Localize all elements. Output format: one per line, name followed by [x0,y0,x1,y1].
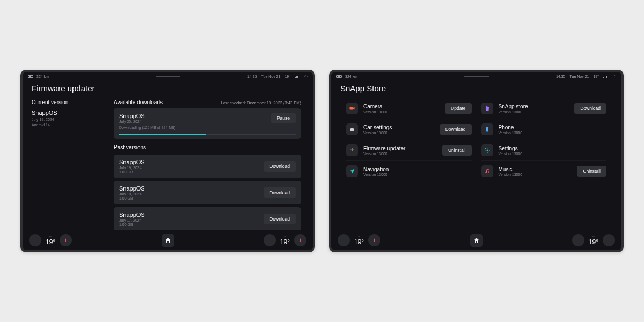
temp-down-left[interactable]: − [338,234,350,246]
svg-point-1 [350,130,352,131]
temp-display-left[interactable]: ⌃ 19° [46,235,55,245]
signal-icon [603,75,608,78]
last-checked-label: Last checked: December 10, 2022 (3:43 PM… [221,100,301,105]
pause-button[interactable]: Pause [271,113,296,123]
download-button[interactable]: Download [574,103,606,114]
app-name: Firmware updater [363,145,405,151]
update-button[interactable]: Update [445,103,471,114]
current-version-block: SnappOS July 19, 2024 Android 14 [32,109,105,127]
home-button[interactable] [162,234,174,247]
climate-bar: − ⌃ 19° + − ⌃ 19° + [331,230,621,250]
wifi-icon [304,75,308,78]
past-version-card: SnappOS July 18, 2024 1.00 GB Download [114,181,301,204]
range-label: 324 km [345,75,357,78]
download-button[interactable]: Download [264,214,296,224]
temp-display-right[interactable]: ⌃ 19° [280,235,290,245]
app-name: SnApp store [499,104,528,109]
past-version-card: SnappOS July 17, 2024 1.00 GB Download [114,207,301,230]
app-name: Car settings [363,125,392,130]
download-status: Downloading (125 MB of 824 MB) [119,126,296,129]
app-name: Phone [499,125,523,130]
temp-value-right: 19° [280,239,290,245]
past-version-date: July 19, 2024 [119,166,145,170]
device-store: 324 km 14:35 Tue Nov 21 19° SnApp Store … [329,70,624,252]
uninstall-button[interactable]: Uninstall [577,166,606,177]
app-version: Version 13000 [499,152,523,156]
page-title: SnApp Store [331,80,621,95]
climate-bar: − ⌃ 19° + − ⌃ 19° + [23,230,313,250]
past-version-size: 1.00 GB [119,196,145,200]
app-name: Navigation [363,166,389,172]
home-icon [165,237,171,244]
app-row: Camera Version 13000 Update [346,98,472,119]
temp-value-right: 19° [589,239,598,245]
nav-icon [346,165,358,177]
download-button[interactable]: Download [264,161,296,172]
past-version-card: SnappOS July 19, 2024 1.00 GB Download [114,155,301,178]
range-label: 324 km [36,75,49,78]
temp-up-right[interactable]: + [294,234,306,246]
past-version-size: 1.00 GB [119,170,145,174]
svg-point-4 [486,150,488,151]
temp-down-right[interactable]: − [264,234,276,246]
screen: 324 km 14:35 Tue Nov 21 19° Firmware upd… [23,72,313,250]
home-icon [473,237,480,244]
current-version-label: Current version [32,99,105,105]
temp-down-left[interactable]: − [29,234,41,246]
svg-point-5 [485,172,487,174]
app-name: Music [499,166,523,172]
downloading-card: SnappOS July 20, 2024 Pause Downloading … [114,108,301,139]
temp-up-left[interactable]: + [60,234,72,246]
temp-up-left[interactable]: + [368,234,380,246]
available-label: Available downloads [114,99,163,105]
wifi-icon [612,75,616,78]
past-version-date: July 18, 2024 [119,192,145,196]
download-name: SnappOS [119,113,145,119]
app-row: Firmware updater Version 13000 Uninstall [346,140,472,161]
app-row: Settings Version 13000 [481,140,607,161]
device-firmware: 324 km 14:35 Tue Nov 21 19° Firmware upd… [20,70,315,252]
status-bar: 324 km 14:35 Tue Nov 21 19° [23,72,313,80]
current-os-date: July 19, 2024 [32,118,105,121]
date-label: Tue Nov 21 [261,75,280,78]
signal-icon [295,75,299,78]
download-icon [346,144,358,156]
camera-icon [346,103,358,114]
download-button[interactable]: Download [264,187,296,198]
svg-point-2 [353,130,354,131]
svg-rect-3 [486,127,488,132]
status-bar: 324 km 14:35 Tue Nov 21 19° [331,72,621,80]
page-title: Firmware updater [23,80,313,95]
temp-display-left[interactable]: ⌃ 19° [354,235,364,245]
uninstall-button[interactable]: Uninstall [442,145,472,156]
app-version: Version 13000 [363,110,387,114]
current-os-android: Android 14 [32,123,105,127]
app-row: Phone Version 13000 [481,119,607,140]
past-version-name: SnappOS [119,159,145,165]
grab-handle[interactable] [464,76,489,77]
temp-label: 19° [593,75,599,78]
download-button[interactable]: Download [440,124,472,135]
app-version: Version 13000 [499,110,528,114]
clock-label: 14:35 [247,75,257,78]
past-versions-label: Past versions [114,144,301,150]
battery-icon [336,75,342,78]
car-icon [346,123,358,135]
screen: 324 km 14:35 Tue Nov 21 19° SnApp Store … [331,72,621,250]
bag-icon [481,103,493,114]
app-version: Version 13000 [363,152,405,156]
app-name: Camera [363,104,387,109]
temp-down-right[interactable]: − [572,234,584,246]
music-icon [481,165,493,177]
home-button[interactable] [470,234,483,247]
grab-handle[interactable] [156,76,180,77]
temp-up-right[interactable]: + [603,234,615,246]
past-version-name: SnappOS [119,185,145,192]
past-version-name: SnappOS [119,211,145,218]
app-row: SnApp store Version 13000 Download [481,98,607,119]
gear-icon [481,144,493,156]
date-label: Tue Nov 21 [569,75,589,78]
app-version: Version 13000 [363,173,389,177]
past-version-date: July 17, 2024 [119,218,145,222]
temp-display-right[interactable]: ⌃ 19° [589,235,598,245]
